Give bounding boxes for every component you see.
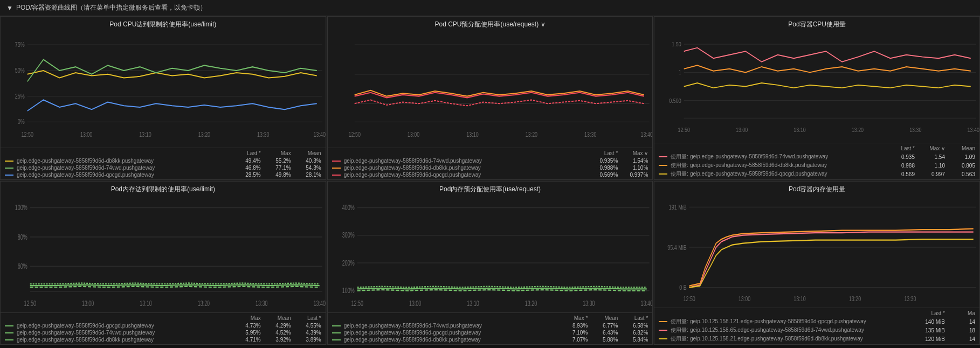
svg-text:0 B: 0 B: [680, 283, 687, 291]
svg-text:13:30: 13:30: [583, 298, 595, 307]
svg-text:13:00: 13:00: [80, 130, 92, 138]
page-title: POD/容器资源曲线图（请在菜单中指定微服务后查看，以免卡顿）: [16, 3, 206, 12]
svg-text:0.500: 0.500: [670, 97, 682, 103]
svg-text:13:10: 13:10: [140, 298, 152, 307]
svg-text:13:10: 13:10: [466, 130, 478, 138]
panel-mem-request: Pod内存预分配使用率(use/request) 400% 300% 200% …: [327, 181, 653, 345]
svg-text:13:00: 13:00: [82, 298, 94, 307]
charts-grid: Pod CPU达到限制的使用率(use/limit) 75% 50% 25% 0…: [0, 16, 980, 345]
svg-text:50%: 50%: [15, 67, 25, 74]
legend-row: geip.edge-pushgateway-5858f59d6d-db8kk.p…: [3, 336, 323, 343]
chart-legend-cpu-limit: Last * Max Mean geip.edge-pushgateway-58…: [1, 148, 326, 179]
legend-row: geip.edge-pushgateway-5858f59d6d-74vwd.p…: [330, 157, 651, 164]
legend-row: geip.edge-pushgateway-5858f59d6d-db8kk.p…: [3, 157, 323, 164]
chart-area: 75% 50% 25% 0% 12:50 13:00 13:10 13:20 1…: [1, 30, 326, 148]
chart-area: 1.50 1 0.500 12:50 13:00 13:10 13:20 13:…: [654, 30, 979, 143]
svg-text:100%: 100%: [15, 203, 27, 211]
svg-text:13:40: 13:40: [640, 298, 652, 307]
svg-text:12:50: 12:50: [24, 298, 37, 307]
svg-text:60%: 60%: [18, 262, 27, 270]
chart-area: 12:50 13:00 13:10 13:20 13:30 13:40: [328, 30, 653, 148]
svg-text:1: 1: [679, 69, 681, 75]
chart-legend-mem-request: Max * Mean Last * geip.edge-pushgateway-…: [328, 312, 653, 344]
series-color: [332, 332, 341, 333]
panel-cpu-limit: Pod CPU达到限制的使用率(use/limit) 75% 50% 25% 0…: [0, 16, 326, 180]
chart-legend-mem-usage: Last * Ma 使用量: geip.10.125.158.121.edge-…: [654, 308, 979, 344]
legend-row: geip.edge-pushgateway-5858f59d6d-qpcgd.p…: [3, 171, 323, 178]
legend-row: geip.edge-pushgateway-5858f59d6d-db8kk.p…: [330, 164, 651, 171]
svg-text:13:20: 13:20: [198, 130, 210, 138]
chart-title: Pod内存达到限制的使用率(use/limit): [1, 182, 326, 195]
chart-title: Pod CPU预分配使用率(use/request) ∨: [328, 17, 653, 30]
page-header: ▼ POD/容器资源曲线图（请在菜单中指定微服务后查看，以免卡顿）: [0, 0, 980, 16]
svg-text:13:00: 13:00: [408, 130, 419, 138]
svg-text:13:30: 13:30: [905, 295, 916, 302]
chart-area: 100% 80% 60% 12:50 13:00 13:10 13:20 13:…: [1, 195, 326, 312]
legend-row: 使用量: geip.10.125.158.65.edge-pushgateway…: [657, 326, 977, 335]
svg-text:13:00: 13:00: [736, 127, 748, 133]
legend-row: geip.edge-pushgateway-5858f59d6d-gpcgd.p…: [330, 329, 651, 336]
series-color: [332, 325, 341, 326]
series-color: [5, 161, 13, 162]
series-color: [5, 339, 13, 340]
svg-text:13:20: 13:20: [525, 130, 537, 138]
legend-row: geip.edge-pushgateway-5858f59d6d-74vwd.p…: [3, 329, 323, 336]
svg-text:13:40: 13:40: [968, 127, 979, 133]
legend-row: 使用量: geip.10.125.158.121.edge-pushgatewa…: [657, 317, 977, 326]
panel-mem-usage: Pod容器内存使用量 191 MiB 95.4 MiB 0 B 12:50 13…: [654, 181, 980, 345]
panel-cpu-request: Pod CPU预分配使用率(use/request) ∨ 12:50 13:00…: [327, 16, 653, 180]
collapse-icon[interactable]: ▼: [6, 4, 13, 12]
svg-text:191 MiB: 191 MiB: [669, 203, 687, 211]
svg-text:12:50: 12:50: [684, 295, 695, 302]
svg-text:1.50: 1.50: [672, 41, 682, 47]
legend-row: geip.edge-pushgateway-5858f59d6d-db8kk.p…: [330, 336, 651, 343]
series-color: [5, 325, 13, 326]
series-color: [659, 338, 667, 339]
svg-text:12:50: 12:50: [348, 130, 360, 138]
svg-text:13:20: 13:20: [849, 295, 861, 302]
series-color: [332, 339, 341, 340]
series-color: [659, 165, 667, 166]
legend-row: 使用量: geip.edge-pushgateway-5858f59d6d-74…: [657, 152, 977, 161]
svg-text:13:40: 13:40: [314, 298, 326, 307]
svg-text:13:10: 13:10: [139, 130, 151, 138]
svg-text:400%: 400%: [342, 203, 354, 211]
series-color: [659, 173, 667, 175]
series-color: [659, 330, 667, 331]
svg-text:13:20: 13:20: [852, 127, 864, 133]
series-color: [5, 332, 13, 333]
svg-text:13:00: 13:00: [409, 298, 422, 307]
legend-row: geip.edge-pushgateway-5858f59d6d-gpcgd.p…: [3, 322, 323, 329]
svg-text:0%: 0%: [18, 118, 25, 126]
chart-legend-cpu-request: Last * Max ∨ geip.edge-pushgateway-5858f…: [328, 148, 653, 179]
legend-row: 使用量: geip.10.125.158.21.edge-pushgateway…: [657, 335, 977, 343]
series-color: [659, 321, 667, 322]
legend-row: 使用量: geip.edge-pushgateway-5858f59d6d-db…: [657, 161, 977, 170]
svg-text:13:30: 13:30: [584, 130, 596, 138]
svg-text:13:10: 13:10: [794, 295, 806, 302]
chart-legend-mem-limit: Max Mean Last * geip.edge-pushgateway-58…: [1, 312, 326, 344]
chart-area: 191 MiB 95.4 MiB 0 B 12:50 13:00 13:10 1…: [654, 195, 979, 308]
series-color: [332, 168, 341, 169]
svg-text:13:20: 13:20: [524, 298, 537, 307]
chart-legend-cpu-usage: Last * Max ∨ Mean 使用量: geip.edge-pushgat…: [654, 143, 979, 179]
svg-text:13:40: 13:40: [640, 130, 652, 138]
svg-text:13:30: 13:30: [257, 130, 269, 138]
series-color: [332, 175, 341, 176]
series-color: [332, 161, 341, 162]
svg-text:300%: 300%: [342, 231, 354, 239]
panel-cpu-usage: Pod容器CPU使用量 1.50 1 0.500 12:50 13:00 13:…: [654, 16, 980, 180]
svg-text:13:30: 13:30: [909, 127, 922, 133]
svg-text:95.4 MiB: 95.4 MiB: [668, 243, 687, 251]
svg-text:25%: 25%: [15, 92, 25, 100]
legend-row: 使用量: geip.edge-pushgateway-5858f59d6d-qp…: [657, 170, 977, 178]
chart-area: 400% 300% 200% 100% 12:50 13:00 13:10 13…: [328, 195, 653, 312]
svg-text:200%: 200%: [342, 259, 354, 267]
series-color: [659, 156, 667, 157]
svg-text:75%: 75%: [15, 41, 25, 48]
svg-text:13:10: 13:10: [794, 127, 806, 133]
svg-text:80%: 80%: [18, 232, 27, 240]
series-color: [5, 168, 13, 169]
chart-title: Pod CPU达到限制的使用率(use/limit): [1, 17, 326, 30]
svg-text:13:30: 13:30: [256, 298, 268, 307]
